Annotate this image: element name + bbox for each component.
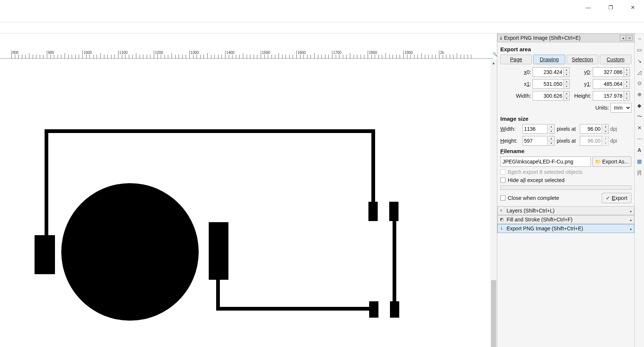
menubar xyxy=(0,15,644,22)
width-spinner[interactable]: ▲▼ xyxy=(564,91,570,101)
snap-edge-icon[interactable]: ↘ xyxy=(636,57,643,65)
svg-rect-11 xyxy=(369,301,378,318)
svg-point-4 xyxy=(61,183,199,321)
y1-input[interactable] xyxy=(593,79,624,89)
dock-fill-stroke[interactable]: ◩ Fill and Stroke (Shift+Ctrl+F) ▴ xyxy=(497,215,634,224)
dock-panel: ⤓ Export PNG Image (Shift+Ctrl+E) ◂ ✕ Ex… xyxy=(497,33,634,347)
x0-input[interactable] xyxy=(533,67,564,77)
snap-bbox-icon[interactable]: ▭ xyxy=(636,46,643,53)
ruler-horizontal[interactable]: 8009001000110012001300140015001600170018… xyxy=(0,51,493,59)
close-when-checkbox[interactable] xyxy=(500,195,505,201)
batch-export-checkbox xyxy=(500,169,505,175)
hide-all-label: Hide all except selected xyxy=(508,177,565,183)
layers-icon: ≡ xyxy=(500,208,505,213)
chevron-up-icon: ▴ xyxy=(630,218,632,222)
minimize-button[interactable]: — xyxy=(577,1,599,14)
x0-spinner[interactable]: ▲▼ xyxy=(564,67,570,77)
height-spinner[interactable]: ▲▼ xyxy=(624,91,630,101)
height-label: Height: xyxy=(571,93,593,99)
snap-icon[interactable]: ⎓ xyxy=(636,35,643,42)
scrollbar-thumb[interactable] xyxy=(491,280,496,347)
y0-input[interactable] xyxy=(593,67,624,77)
img-height-label: Height: xyxy=(500,138,522,144)
snap-path-icon[interactable]: 〜 xyxy=(636,113,643,120)
img-width-spinner[interactable]: ▲▼ xyxy=(549,124,554,134)
pixels-at-label: pixels at xyxy=(556,126,579,132)
snap-node-icon[interactable]: ◆ xyxy=(636,102,643,109)
export-as-button[interactable]: 📁 Export As... xyxy=(592,156,631,167)
svg-rect-6 xyxy=(216,278,220,309)
maximize-button[interactable]: ❐ xyxy=(599,1,622,14)
snap-center-icon[interactable]: ⊕ xyxy=(636,91,643,98)
filename-input[interactable] xyxy=(500,156,591,167)
img-height-input[interactable] xyxy=(523,136,548,146)
tab-drawing[interactable]: Drawing xyxy=(533,55,565,64)
x0-label: x0: xyxy=(513,69,533,75)
svg-rect-8 xyxy=(368,202,378,221)
ruler-tick: 1800 xyxy=(368,51,377,59)
dock-title: Export PNG Image (Shift+Ctrl+E) xyxy=(504,35,619,41)
tab-page[interactable]: Page xyxy=(500,55,532,64)
close-button[interactable]: ✕ xyxy=(622,1,644,14)
export-progress xyxy=(500,185,631,190)
tab-selection[interactable]: Selection xyxy=(567,55,598,64)
height-input[interactable] xyxy=(593,91,624,101)
width-label: Width: xyxy=(513,93,533,99)
img-width-dpi-spinner[interactable]: ▲▼ xyxy=(603,124,609,134)
dock-header[interactable]: ⤓ Export PNG Image (Shift+Ctrl+E) ◂ ✕ xyxy=(497,33,634,42)
ruler-tick: 1700 xyxy=(332,51,341,59)
snap-corner-icon[interactable]: ◿ xyxy=(636,68,643,76)
ruler-tick: 2k xyxy=(439,51,444,59)
units-select[interactable]: mm xyxy=(611,103,631,113)
svg-rect-12 xyxy=(390,301,399,318)
ruler-tick: 1500 xyxy=(261,51,270,59)
y1-spinner[interactable]: ▲▼ xyxy=(624,79,630,89)
units-label: Units: xyxy=(595,105,609,111)
folder-icon: 📁 xyxy=(595,159,601,165)
snap-grid-icon[interactable]: ▦ xyxy=(636,158,643,165)
snap-guide-icon[interactable]: |/| xyxy=(636,169,643,176)
x1-spinner[interactable]: ▲▼ xyxy=(564,79,570,89)
hide-all-checkbox[interactable] xyxy=(500,178,505,183)
canvas[interactable]: 8009001000110012001300140015001600170018… xyxy=(0,33,497,347)
img-height-spinner[interactable]: ▲▼ xyxy=(549,136,554,146)
svg-rect-10 xyxy=(393,210,396,307)
x1-input[interactable] xyxy=(533,79,564,89)
export-area-heading: Export area xyxy=(500,46,631,52)
close-when-row[interactable]: Close when complete xyxy=(500,195,559,201)
hide-all-row[interactable]: Hide all except selected xyxy=(500,177,631,183)
dock-close-icon[interactable]: ✕ xyxy=(627,35,632,41)
dock-export-png[interactable]: ⤓ Export PNG Image (Shift+Ctrl+E) ▴ xyxy=(497,224,634,233)
drawing-area[interactable] xyxy=(0,59,490,347)
snap-intersection-icon[interactable]: ✕ xyxy=(636,124,643,132)
right-tool-strip: ⎓ ▭ ↘ ◿ ⊙ ⊕ ◆ 〜 ✕ ⋯ A ▦ |/| xyxy=(634,33,644,347)
ruler-tick: 1100 xyxy=(118,51,127,59)
zoom-icon[interactable]: 🔍 xyxy=(492,52,497,57)
chevron-up-icon: ▴ xyxy=(630,209,632,213)
ruler-tick: 1000 xyxy=(82,51,92,59)
svg-rect-3 xyxy=(35,235,55,274)
img-width-input[interactable] xyxy=(523,124,548,134)
snap-midpoint-icon[interactable]: ⊙ xyxy=(636,80,643,87)
ruler-tick: 1200 xyxy=(154,51,163,59)
batch-export-row: Batch export 8 selected objects xyxy=(500,169,631,175)
scroll-up-icon[interactable]: ▲ xyxy=(490,59,497,66)
ruler-tick: 1300 xyxy=(189,51,199,59)
y1-label: y1: xyxy=(571,81,593,87)
toolbar xyxy=(0,22,644,33)
dock-layers[interactable]: ≡ Layers (Shift+Ctrl+L) ▴ xyxy=(497,206,634,215)
tab-custom[interactable]: Custom xyxy=(600,55,631,64)
img-width-dpi-input[interactable] xyxy=(580,124,602,134)
snap-other-icon[interactable]: ⋯ xyxy=(636,135,643,143)
snap-text-icon[interactable]: A xyxy=(636,146,643,154)
y0-spinner[interactable]: ▲▼ xyxy=(624,67,630,77)
y0-label: y0: xyxy=(571,69,593,75)
dpi-label: dpi xyxy=(610,126,621,132)
width-input[interactable] xyxy=(533,91,564,101)
scrollbar-vertical[interactable]: ▲ xyxy=(490,59,497,347)
ruler-tick: 1400 xyxy=(225,51,234,59)
dpi-label-2: dpi xyxy=(610,138,621,144)
export-button[interactable]: ✔ Export xyxy=(602,193,631,203)
export-icon: ⤓ xyxy=(500,226,505,231)
dock-iconify-icon[interactable]: ◂ xyxy=(620,35,626,41)
